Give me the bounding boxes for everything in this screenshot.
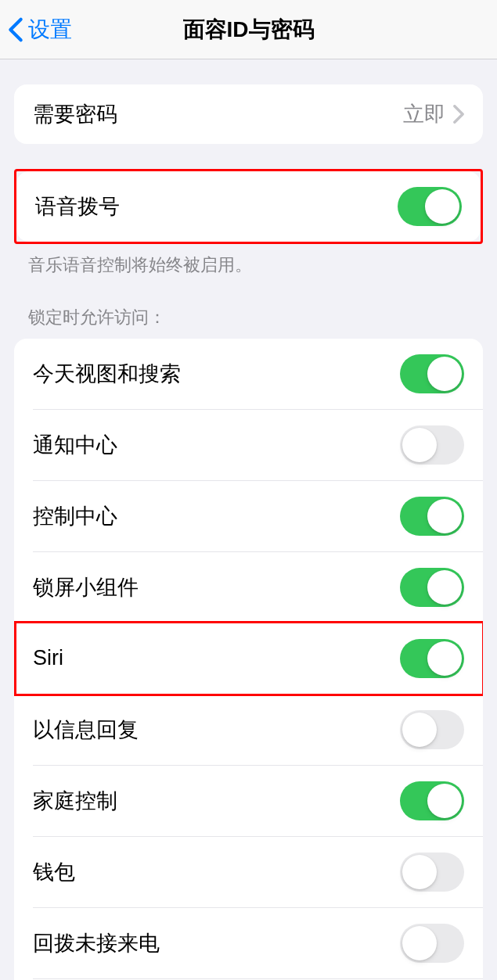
require-passcode-group: 需要密码 立即 [14,84,483,144]
voice-dial-footer: 音乐语音控制将始终被启用。 [0,244,497,278]
voice-dial-label: 语音拨号 [35,192,120,221]
lock-access-group: 今天视图和搜索通知中心控制中心锁屏小组件Siri以信息回复家庭控制钱包回拨未接来… [14,339,483,980]
lock-access-item-label: 通知中心 [33,431,117,459]
require-passcode-value: 立即 [403,100,445,128]
lock-access-item-label: 今天视图和搜索 [33,360,181,388]
lock-access-item-label: 控制中心 [33,502,117,530]
lock-access-item-label: 锁屏小组件 [33,573,139,601]
page-title: 面容ID与密码 [0,15,497,45]
lock-access-item-label: 回拨未接来电 [33,929,160,957]
lock-access-row: 家庭控制 [33,765,483,836]
lock-access-item-toggle[interactable] [400,497,464,536]
back-label: 设置 [28,15,72,45]
chevron-right-icon [453,105,464,124]
lock-access-row: 锁屏小组件 [33,551,483,623]
voice-dial-highlight: 语音拨号 [14,169,483,244]
lock-access-row: 控制中心 [33,480,483,551]
voice-dial-toggle[interactable] [398,187,462,226]
lock-access-row: 钱包 [33,836,483,907]
lock-access-item-toggle[interactable] [400,781,464,820]
lock-access-item-label: 以信息回复 [33,716,139,744]
lock-access-item-toggle[interactable] [400,924,464,963]
back-chevron-icon [8,16,23,43]
lock-access-row: 以信息回复 [33,694,483,765]
lock-access-item-toggle[interactable] [400,710,464,749]
lock-access-item-toggle[interactable] [400,425,464,465]
lock-access-item-toggle[interactable] [400,568,464,607]
voice-dial-row: 语音拨号 [16,171,481,242]
lock-access-item-label: 钱包 [33,858,75,886]
lock-access-row: 回拨未接来电 [33,907,483,978]
lock-access-row: 今天视图和搜索 [14,339,483,409]
lock-access-row: 通知中心 [33,409,483,480]
lock-access-item-label: Siri [33,646,63,670]
lock-access-row: Siri [33,623,483,694]
back-button[interactable]: 设置 [0,15,72,45]
lock-access-item-label: 家庭控制 [33,787,117,815]
lock-access-item-toggle[interactable] [400,354,464,393]
lock-access-header: 锁定时允许访问： [0,278,497,339]
lock-access-item-toggle[interactable] [400,853,464,892]
lock-access-item-toggle[interactable] [400,639,464,678]
require-passcode-label: 需要密码 [33,100,117,128]
nav-header: 设置 面容ID与密码 [0,0,497,59]
require-passcode-row[interactable]: 需要密码 立即 [14,84,483,144]
